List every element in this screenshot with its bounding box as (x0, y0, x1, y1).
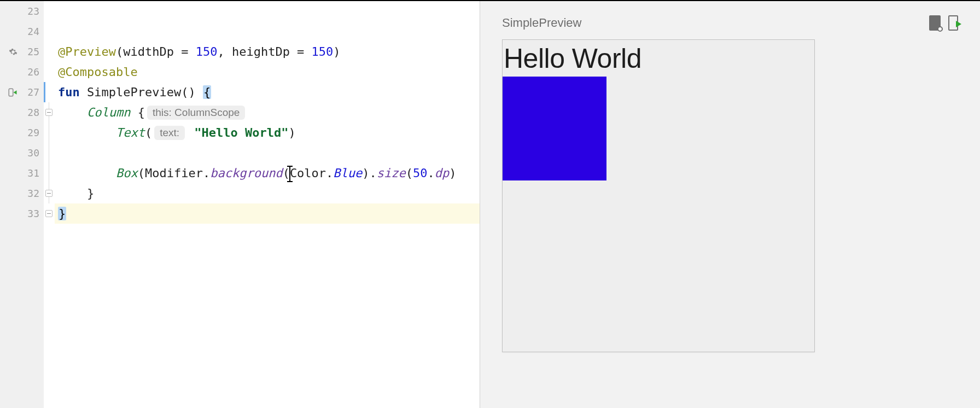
line-number-gutter: 23 24 25 26 27 28 29 30 31 32 33 (0, 1, 44, 408)
line-number: 26 (27, 66, 39, 78)
code-editor[interactable]: 23 24 25 26 27 28 29 30 31 32 33 (0, 1, 480, 408)
preview-header: SimplePreview (502, 12, 958, 34)
preview-canvas[interactable]: Hello World (502, 39, 815, 352)
code-line[interactable]: } (55, 183, 480, 203)
code-line[interactable] (55, 21, 480, 42)
line-number: 25 (27, 46, 39, 57)
fold-toggle-icon[interactable] (45, 190, 52, 197)
compose-preview-pane: SimplePreview Hello World (480, 1, 980, 408)
code-line[interactable]: Column { this: ColumnScope (55, 102, 480, 123)
fold-toggle-icon[interactable] (45, 210, 52, 217)
interactive-preview-icon[interactable] (929, 15, 941, 31)
line-number: 30 (27, 147, 39, 159)
preview-blue-box (503, 77, 606, 180)
code-area[interactable]: @Preview(widthDp = 150, heightDp = 150) … (55, 1, 480, 408)
fold-toggle-icon[interactable] (45, 109, 52, 116)
inlay-hint: this: ColumnScope (147, 106, 245, 120)
code-line[interactable] (55, 143, 480, 163)
preview-title: SimplePreview (502, 16, 582, 30)
code-line[interactable]: Text(text: "Hello World") (55, 123, 480, 143)
selection: } (58, 207, 66, 220)
line-number: 27 (27, 86, 39, 98)
selection: { (203, 85, 211, 99)
code-line[interactable]: Box(Modifier.background(Color.Blue).size… (55, 163, 480, 183)
line-number: 29 (27, 127, 39, 138)
change-marker (44, 82, 45, 102)
gear-icon[interactable] (9, 48, 18, 56)
line-number: 28 (27, 107, 39, 118)
deploy-preview-icon[interactable] (948, 15, 958, 31)
fold-column (44, 1, 55, 408)
preview-hello-text: Hello World (503, 40, 814, 77)
line-number: 24 (27, 26, 39, 37)
code-line[interactable] (55, 1, 480, 21)
code-line[interactable]: @Preview(widthDp = 150, heightDp = 150) (55, 42, 480, 62)
code-line-current[interactable]: } (55, 203, 480, 224)
line-number: 33 (27, 208, 39, 219)
run-gutter-icon[interactable] (8, 88, 18, 97)
inlay-hint: text: (154, 126, 185, 140)
code-line[interactable]: fun SimplePreview() { (55, 82, 480, 102)
svg-rect-0 (9, 89, 13, 96)
line-number: 31 (27, 167, 39, 179)
line-number: 23 (27, 5, 39, 17)
line-number: 32 (27, 188, 39, 199)
code-line[interactable]: @Composable (55, 62, 480, 82)
